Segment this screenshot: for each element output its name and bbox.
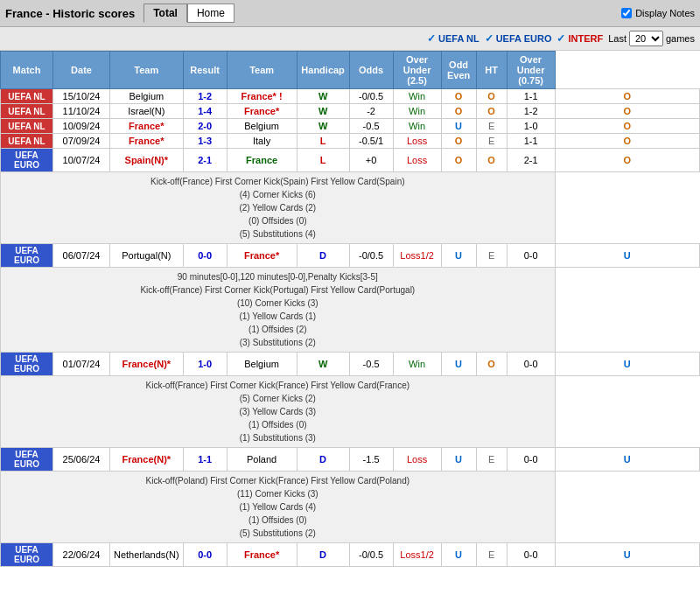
result-cell: L — [297, 149, 349, 172]
score-cell[interactable]: 0-0 — [183, 244, 227, 268]
score-cell[interactable]: 1-0 — [183, 353, 227, 376]
last-games-container: Last 20103050 games — [608, 31, 695, 46]
competition-cell: UEFA EURO — [1, 353, 53, 376]
filter-uefa-euro[interactable]: ✓ UEFA EURO — [485, 32, 552, 45]
competition-cell: UEFA EURO — [1, 244, 53, 268]
col-header-ou075: Over Under (0.75) — [507, 52, 555, 89]
competition-cell: UEFA NL — [1, 119, 53, 134]
score-cell[interactable]: 2-0 — [183, 119, 227, 134]
score-link[interactable]: 0-0 — [198, 549, 212, 560]
table-row: UEFA NL11/10/24Israel(N)1-4France*W-2Win… — [1, 104, 700, 119]
competition-cell: UEFA NL — [1, 89, 53, 104]
result-cell: D — [297, 244, 349, 268]
detail-cell: Kick-off(Poland) First Corner Kick(Franc… — [1, 472, 556, 543]
odds-cell: Win — [393, 353, 441, 376]
team2-cell: France* — [227, 543, 297, 567]
score-cell[interactable]: 0-0 — [183, 543, 227, 567]
odds-cell: Win — [393, 104, 441, 119]
odd-even-cell: E — [476, 543, 507, 567]
filter-bar: ✓ UEFA NL ✓ UEFA EURO ✓ INTERF Last 2010… — [0, 27, 700, 51]
ou075-cell: O — [555, 149, 699, 172]
ht-cell: 0-0 — [507, 353, 555, 376]
ht-cell: 1-1 — [507, 89, 555, 104]
filter-uefa-nl[interactable]: ✓ UEFA NL — [427, 32, 480, 45]
col-header-team1: Team — [110, 52, 184, 89]
score-cell[interactable]: 1-4 — [183, 104, 227, 119]
col-header-handicap: Handicap — [297, 52, 349, 89]
odds-cell: Loss — [393, 134, 441, 149]
result-cell: L — [297, 134, 349, 149]
result-cell: W — [297, 119, 349, 134]
handicap-cell: -0.5/1 — [349, 134, 393, 149]
handicap-cell: -0/0.5 — [349, 244, 393, 268]
page-title: France - Historic scores — [5, 7, 135, 20]
team2-cell: France* — [227, 104, 297, 119]
ou075-cell: U — [555, 543, 699, 567]
display-notes-container: Display Notes — [621, 8, 695, 18]
team1-cell: France* — [110, 119, 184, 134]
odd-even-cell: O — [476, 104, 507, 119]
ou25-cell: O — [441, 134, 476, 149]
table-row: UEFA EURO06/07/24Portugal(N)0-0France*D-… — [1, 244, 700, 268]
competition-cell: UEFA NL — [1, 134, 53, 149]
result-cell: D — [297, 543, 349, 567]
table-row-detail: Kick-off(Poland) First Corner Kick(Franc… — [1, 472, 700, 543]
handicap-cell: -1.5 — [349, 448, 393, 472]
team1-cell: Portugal(N) — [110, 244, 184, 268]
detail-cell: 90 minutes[0-0],120 minutes[0-0],Penalty… — [1, 268, 556, 353]
score-cell[interactable]: 2-1 — [183, 149, 227, 172]
team1-cell: France(N)* — [110, 353, 184, 376]
ou075-cell: U — [555, 244, 699, 268]
odds-cell: Win — [393, 89, 441, 104]
date-cell: 10/07/24 — [53, 149, 110, 172]
col-header-odd-even: Odd Even — [441, 52, 476, 89]
tab-total[interactable]: Total — [144, 3, 187, 23]
score-link[interactable]: 2-1 — [198, 155, 212, 165]
col-header-match: Match — [1, 52, 53, 89]
col-header-odds: Odds — [349, 52, 393, 89]
ou075-cell: O — [555, 134, 699, 149]
ou25-cell: U — [441, 244, 476, 268]
odds-cell: Loss — [393, 448, 441, 472]
col-header-ht: HT — [476, 52, 507, 89]
col-header-ou25: Over Under (2.5) — [393, 52, 441, 89]
col-header-team2: Team — [227, 52, 297, 89]
check-icon: ✓ — [556, 32, 565, 45]
ou075-cell: O — [555, 119, 699, 134]
filter-interf[interactable]: ✓ INTERF — [556, 32, 603, 45]
score-link[interactable]: 0-0 — [198, 250, 212, 261]
score-link[interactable]: 1-4 — [198, 106, 212, 116]
odd-even-cell: E — [476, 244, 507, 268]
last-games-select[interactable]: 20103050 — [629, 31, 663, 46]
score-cell[interactable]: 1-2 — [183, 89, 227, 104]
ou25-cell: O — [441, 89, 476, 104]
team2-cell: Belgium — [227, 353, 297, 376]
result-cell: W — [297, 89, 349, 104]
handicap-cell: -2 — [349, 104, 393, 119]
score-cell[interactable]: 1-3 — [183, 134, 227, 149]
table-row: UEFA EURO01/07/24France(N)*1-0BelgiumW-0… — [1, 353, 700, 376]
handicap-cell: -0.5 — [349, 353, 393, 376]
score-link[interactable]: 1-0 — [198, 359, 212, 369]
score-link[interactable]: 1-2 — [198, 91, 212, 101]
score-cell[interactable]: 1-1 — [183, 448, 227, 472]
table-row: UEFA EURO10/07/24Spain(N)*2-1FranceL+0Lo… — [1, 149, 700, 172]
score-link[interactable]: 1-3 — [198, 136, 212, 146]
main-table: Match Date Team Result Team Handicap Odd… — [0, 51, 700, 567]
display-notes-checkbox[interactable] — [621, 8, 632, 18]
col-header-result: Result — [183, 52, 227, 89]
competition-cell: UEFA EURO — [1, 149, 53, 172]
score-link[interactable]: 1-1 — [198, 454, 212, 465]
odd-even-cell: O — [476, 353, 507, 376]
detail-cell: Kick-off(France) First Corner Kick(Spain… — [1, 172, 556, 244]
tab-home[interactable]: Home — [187, 3, 234, 23]
date-cell: 22/06/24 — [53, 543, 110, 567]
odds-cell: Loss1/2 — [393, 543, 441, 567]
score-link[interactable]: 2-0 — [198, 121, 212, 131]
filter-uefa-euro-label: UEFA EURO — [496, 33, 552, 44]
date-cell: 10/09/24 — [53, 119, 110, 134]
competition-cell: UEFA NL — [1, 104, 53, 119]
result-cell: W — [297, 353, 349, 376]
ou25-cell: O — [441, 149, 476, 172]
date-cell: 11/10/24 — [53, 104, 110, 119]
